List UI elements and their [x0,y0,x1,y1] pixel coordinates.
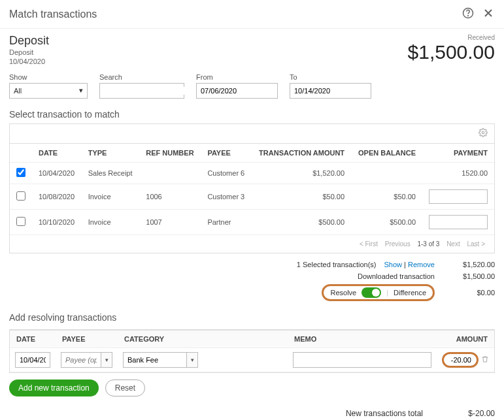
table-row: 10/10/2020 Invoice 1007 Partner $500.00 … [10,209,494,234]
cell-date: 10/08/2020 [32,184,82,209]
col-ref: REF NUMBER [139,143,201,162]
search-input[interactable] [100,87,198,95]
page-range: 1-3 of 3 [417,240,439,248]
help-icon[interactable] [462,7,474,21]
from-label: From [196,73,278,81]
downloaded-label: Downloaded transaction [358,272,435,280]
col-type: TYPE [82,143,140,162]
downloaded-value: $1,500.00 [443,272,495,280]
rcol-payee: PAYEE [56,330,118,347]
resolving-row: ▾ ▾ [10,347,494,372]
selected-count-label: 1 Selected transaction(s) [297,261,377,268]
cell-tamount: $500.00 [252,209,351,234]
transaction-type-title: Deposit [9,34,49,48]
rcol-category: CATEGORY [118,330,288,347]
cell-payee: Partner [201,209,251,234]
col-payment: PAYMENT [422,143,494,162]
payment-input[interactable] [429,189,488,204]
resolve-category-input[interactable] [123,352,186,368]
to-label: To [290,73,371,81]
page-next[interactable]: Next [446,240,460,248]
show-link[interactable]: Show [384,261,403,268]
resolve-memo-input[interactable] [293,352,431,368]
remove-link[interactable]: Remove [408,261,435,268]
reset-button[interactable]: Reset [105,380,145,396]
add-transaction-button[interactable]: Add new transaction [9,380,99,396]
payee-dropdown-icon[interactable]: ▾ [101,352,112,368]
transaction-subtype: Deposit [9,48,49,57]
new-total-label: New transactions total [346,409,423,418]
cell-payee: Customer 6 [201,162,251,184]
cell-payee: Customer 3 [201,184,251,209]
transaction-date: 10/04/2020 [9,57,49,66]
resolving-section-title: Add resolving transactions [0,308,504,327]
resolve-date-input[interactable] [15,352,50,368]
cell-tamount: $50.00 [252,184,351,209]
cell-open [351,162,422,184]
rcol-date: DATE [10,330,56,347]
show-value: All [14,87,22,95]
cell-open: $500.00 [351,209,422,234]
svg-point-1 [468,16,469,16]
rcol-amount: AMOUNT [437,330,494,347]
difference-value: $0.00 [443,289,495,297]
received-label: Received [408,34,495,41]
gear-icon[interactable] [479,130,488,139]
row-checkbox[interactable] [16,217,25,226]
cell-date: 10/10/2020 [32,209,82,234]
divider: | [386,289,388,297]
col-payee: PAYEE [201,143,251,162]
table-row: 10/08/2020 Invoice 1006 Customer 3 $50.0… [10,184,494,209]
cell-ref [139,162,201,184]
show-dropdown[interactable]: All ▾ [9,83,88,99]
from-date-input[interactable] [196,83,278,99]
col-tamount: TRANSACTION AMOUNT [252,143,351,162]
search-label: Search [99,73,184,81]
col-check [10,143,32,162]
cell-type: Sales Receipt [82,162,140,184]
cell-ref: 1007 [139,209,201,234]
pagination: < First Previous 1-3 of 3 Next Last > [10,235,494,253]
category-dropdown-icon[interactable]: ▾ [186,352,198,368]
new-total-value: $-20.00 [436,409,495,418]
resolve-amount-input[interactable] [442,352,479,368]
link-separator: | [402,261,408,268]
col-open: OPEN BALANCE [351,143,422,162]
cell-tamount: $1,520.00 [252,162,351,184]
received-amount: $1,500.00 [408,41,495,63]
col-date: DATE [32,143,82,162]
selected-total: $1,520.00 [443,261,495,268]
close-icon[interactable] [482,7,495,22]
transactions-table: DATE TYPE REF NUMBER PAYEE TRANSACTION A… [10,143,494,235]
row-checkbox[interactable] [16,168,25,177]
difference-label: Difference [394,289,426,297]
page-first[interactable]: < First [360,240,378,248]
rcol-memo: MEMO [288,330,437,347]
page-last[interactable]: Last > [467,240,485,248]
row-checkbox[interactable] [16,191,25,201]
table-row: 10/04/2020 Sales Receipt Customer 6 $1,5… [10,162,494,184]
svg-point-3 [482,131,484,134]
resolve-payee-input[interactable] [61,352,101,368]
show-label: Show [9,73,88,81]
payment-input[interactable] [429,215,488,229]
payment-value: 1520.00 [462,169,488,177]
cell-open: $50.00 [351,184,422,209]
resolve-difference-group: Resolve | Difference [322,284,435,301]
page-title: Match transactions [9,8,97,20]
cell-type: Invoice [82,184,140,209]
to-date-input[interactable] [290,83,371,99]
resolve-label: Resolve [330,289,356,297]
chevron-down-icon: ▾ [79,86,83,95]
trash-icon[interactable] [481,355,489,364]
cell-date: 10/04/2020 [32,162,82,184]
page-prev[interactable]: Previous [385,240,411,248]
cell-type: Invoice [82,209,140,234]
match-section-title: Select transaction to match [0,105,504,123]
resolve-toggle[interactable] [361,287,381,298]
cell-ref: 1006 [139,184,201,209]
